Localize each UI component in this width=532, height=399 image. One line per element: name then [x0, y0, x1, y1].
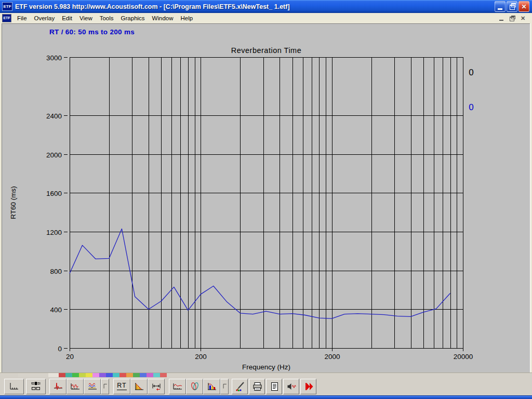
cutoff-icon-sliver [106, 373, 113, 377]
smooth-icon [172, 381, 183, 391]
notes-button[interactable] [266, 379, 282, 394]
cutoff-icon-sliver [48, 373, 59, 377]
mdi-close-icon: ✕ [521, 16, 525, 21]
energy-decay-button[interactable] [130, 379, 148, 394]
app-icon: ETF [2, 2, 12, 11]
plot-scale-button[interactable] [4, 379, 24, 394]
mdi-minimize-icon [499, 20, 503, 21]
bars-icon [206, 381, 218, 391]
cutoff-icon-sliver [133, 373, 140, 377]
cutoff-icon-sliver [59, 373, 65, 377]
cutoff-icon-sliver [126, 373, 133, 377]
menu-bar: ETF FileOverlayEditViewToolsGraphicsWind… [0, 13, 532, 23]
restore-icon [510, 5, 515, 10]
cutoff-toolbar-strip [0, 373, 532, 377]
decay-icon [134, 381, 145, 391]
cutoff-icon-sliver [79, 373, 86, 377]
menu-item-overlay[interactable]: Overlay [31, 14, 59, 22]
menu-item-graphics[interactable]: Graphics [117, 14, 149, 22]
cutoff-icon-sliver [153, 373, 160, 377]
spectrum-button[interactable] [203, 379, 220, 394]
mdi-restore-button[interactable] [508, 15, 516, 22]
toolbar: RT [0, 377, 532, 395]
window-frame-left [0, 23, 2, 373]
axis-corner-button[interactable] [101, 379, 109, 394]
document-icon [269, 381, 280, 391]
cutoff-icon-sliver [72, 373, 79, 377]
cutoff-icon-sliver [140, 373, 147, 377]
cutoff-icon-sliver [113, 373, 119, 377]
etf-app: { "window": { "title": "ETF version 5.98… [0, 0, 532, 399]
menu-item-help[interactable]: Help [177, 14, 197, 22]
wave-icon [70, 381, 81, 391]
menu-item-view[interactable]: View [76, 14, 96, 22]
menu-item-tools[interactable]: Tools [96, 14, 117, 22]
cutoff-icon-sliver [160, 373, 167, 377]
chart-client-area [0, 23, 532, 373]
layout-icon [30, 381, 42, 391]
close-icon: ✕ [521, 4, 526, 10]
overlay-comparison-button[interactable] [84, 379, 101, 394]
impulse-icon [52, 381, 64, 391]
minimize-button[interactable] [495, 1, 506, 12]
impulse-response-button[interactable] [49, 379, 66, 394]
gate-icon [151, 381, 162, 391]
rt60-button[interactable]: RT [113, 379, 130, 394]
window-layout-button[interactable] [26, 379, 46, 394]
loops-icon [189, 381, 201, 391]
mdi-window-controls: ✕ [497, 15, 527, 22]
cutoff-icon-sliver [86, 373, 92, 377]
axis-chart-icon [8, 381, 20, 391]
run-measurement-button[interactable] [300, 379, 316, 394]
mdi-document-icon: ETF [2, 14, 11, 22]
multicurve-icon [87, 381, 98, 391]
rt60-button-label: RT [117, 382, 126, 390]
mdi-minimize-button[interactable] [497, 15, 505, 22]
cutoff-icon-sliver [99, 373, 106, 377]
cutoff-icon-sliver [119, 373, 126, 377]
mdi-restore-icon [510, 17, 514, 21]
smoothed-response-button[interactable] [169, 379, 186, 394]
pen-icon [234, 381, 246, 391]
signal-output-button[interactable] [283, 379, 299, 394]
window-controls: ✕ [495, 1, 529, 12]
rt60-range-annotation: RT / 60: 50 ms to 200 ms [49, 28, 135, 36]
cutoff-icon-sliver [18, 373, 48, 377]
close-button[interactable]: ✕ [518, 1, 529, 12]
menu-item-edit[interactable]: Edit [58, 14, 76, 22]
restore-button[interactable] [507, 1, 517, 12]
minimize-icon [498, 8, 502, 10]
print-button[interactable] [249, 379, 265, 394]
window-title: ETF version 5.983 http://www.Acoustisoft… [15, 3, 495, 10]
cutoff-icon-sliver [65, 373, 72, 377]
menu-item-window[interactable]: Window [149, 14, 177, 22]
frequency-response-button[interactable] [66, 379, 84, 394]
printer-icon [251, 381, 263, 391]
menu-items: FileOverlayEditViewToolsGraphicsWindowHe… [14, 14, 497, 22]
cutoff-icon-sliver [147, 373, 153, 377]
title-bar: ETF ETF version 5.983 http://www.Acousti… [0, 0, 532, 13]
gate-time-button[interactable] [148, 379, 165, 394]
taskbar-edge [0, 395, 532, 399]
corner-icon [101, 381, 109, 391]
waterfall-button[interactable] [186, 379, 203, 394]
mdi-close-button[interactable]: ✕ [519, 15, 527, 22]
menu-item-file[interactable]: File [14, 14, 31, 22]
play-icon [303, 381, 314, 391]
corner-icon [221, 381, 228, 391]
window-frame-right [530, 23, 532, 373]
cutoff-icon-sliver [92, 373, 99, 377]
speaker-icon [286, 381, 297, 391]
axis-corner-button-2[interactable] [220, 379, 229, 394]
color-settings-button[interactable] [232, 379, 248, 394]
